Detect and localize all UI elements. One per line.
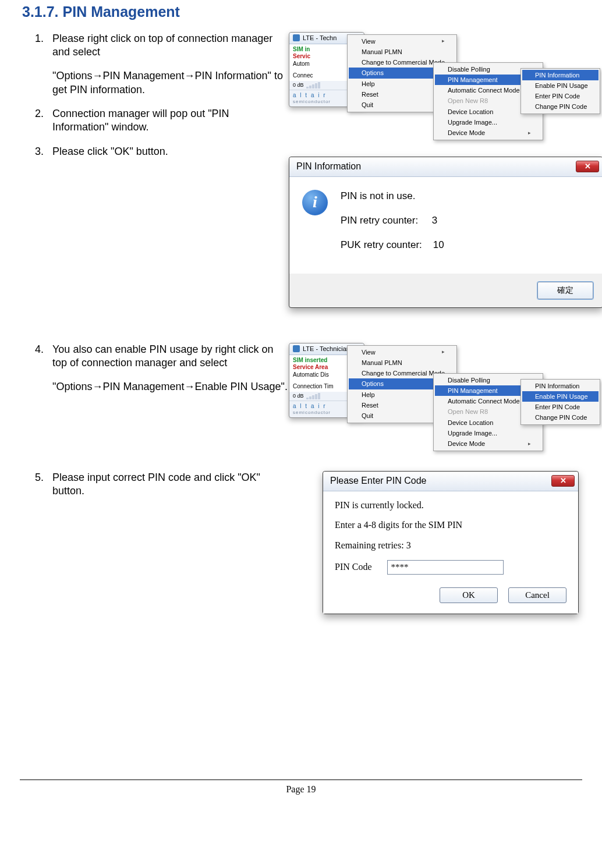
menu-item-manual-plmn[interactable]: Manual PLMN [349, 47, 455, 57]
enter-pin-dialog-wrap: Please Enter PIN Code ✕ PIN is currently… [288, 471, 582, 640]
menu-item-upgrade-image-[interactable]: Upgrade Image... [435, 428, 541, 438]
puk-retry-value: 10 [433, 239, 444, 250]
step-1-text-b: "Options→PIN Management→PIN Information"… [52, 69, 288, 97]
menu-item-upgrade-image-[interactable]: Upgrade Image... [435, 117, 541, 127]
step-2-text: Connection manager will pop out "PIN Inf… [52, 107, 288, 134]
pin-locked-line: PIN is currently locked. [335, 499, 566, 512]
pin-code-input[interactable] [387, 560, 504, 575]
section-title-text: PIN Management [63, 3, 180, 20]
dialog-button-row: OK Cancel [335, 587, 566, 603]
pin-information-dialog: PIN Information ✕ i PIN is not in use. P… [289, 157, 602, 308]
step-4-text-b: "Options→PIN Management→Enable PIN Usage… [52, 380, 288, 394]
context-menu-cascade-1: LTE - TechnSIM inServicAutomConnec0 dBa … [289, 32, 582, 154]
menu-item-enter-pin-code[interactable]: Enter PIN Code [522, 91, 599, 101]
step-3-text: Please click "OK" button. [52, 145, 288, 158]
pin-status-line: PIN is not in use. [341, 190, 444, 203]
menu-item-change-pin-code[interactable]: Change PIN Code [522, 412, 599, 423]
dialog-lines: PIN is not in use. PIN retry counter: 3 … [341, 190, 444, 263]
ok-button[interactable]: OK [440, 587, 498, 603]
info-icon: i [302, 190, 328, 215]
pin-retry-line: PIN retry counter: 3 [341, 214, 444, 227]
close-icon[interactable]: ✕ [551, 475, 575, 487]
pin-code-label: PIN Code [335, 561, 372, 573]
step-1-text-a: Please right click on top of connection … [52, 32, 288, 59]
menu-item-manual-plmn[interactable]: Manual PLMN [349, 357, 455, 368]
db-label: 0 dB [293, 82, 304, 89]
section-heading: 3.1.7. PIN Management [20, 0, 582, 22]
step-1: Please right click on top of connection … [47, 32, 288, 97]
step-2: Connection manager will pop out "PIN Inf… [47, 107, 288, 134]
pin-information-dialog-wrap: PIN Information ✕ i PIN is not in use. P… [289, 157, 582, 337]
pin-code-row: PIN Code [335, 560, 566, 575]
step-3: Please click "OK" button. [47, 145, 288, 158]
steps-list-1: Please right click on top of connection … [20, 32, 288, 169]
dialog-body: i PIN is not in use. PIN retry counter: … [289, 177, 602, 274]
steps-list-3: Please input correct PIN code and click … [20, 471, 288, 509]
menu-item-enter-pin-code[interactable]: Enter PIN Code [522, 402, 599, 412]
puk-retry-label: PUK retry counter: [341, 239, 422, 250]
step-5: Please input correct PIN code and click … [47, 471, 288, 498]
steps-list-2: You also can enable PIN usage by right c… [20, 343, 288, 405]
page-number: Page 19 [286, 784, 316, 794]
app-icon [293, 345, 300, 352]
step-4: You also can enable PIN usage by right c… [47, 343, 288, 394]
menu-item-enable-pin-usage[interactable]: Enable PIN Usage [522, 391, 599, 402]
context-menu-cascade-2: LTE - Technician PSIM insertedService Ar… [289, 343, 582, 465]
puk-retry-line: PUK retry counter: 10 [341, 239, 444, 251]
menu-item-pin-information[interactable]: PIN Information [522, 70, 599, 80]
dialog-footer: 確定 [289, 274, 602, 307]
dialog-body: PIN is currently locked. Enter a 4-8 dig… [323, 491, 578, 614]
step-5-text: Please input correct PIN code and click … [52, 471, 288, 498]
close-icon[interactable]: ✕ [576, 161, 599, 172]
app-icon [293, 34, 300, 41]
remaining-retries-line: Remaining retries: 3 [335, 540, 566, 552]
dialog-title-text: PIN Information [296, 161, 570, 173]
context-menu-level-3[interactable]: PIN InformationEnable PIN UsageEnter PIN… [520, 68, 600, 114]
page-footer: Page 19 [20, 780, 582, 796]
menu-item-change-pin-code[interactable]: Change PIN Code [522, 101, 599, 112]
menu-item-device-mode[interactable]: Device Mode [435, 438, 541, 449]
step-4-text-a: You also can enable PIN usage by right c… [52, 343, 288, 370]
menu-item-enable-pin-usage[interactable]: Enable PIN Usage [522, 80, 599, 91]
context-menu-level-3[interactable]: PIN InformationEnable PIN UsageEnter PIN… [520, 379, 600, 425]
menu-item-device-mode[interactable]: Device Mode [435, 127, 541, 138]
pin-instruction-line: Enter a 4-8 digits for the SIM PIN [335, 519, 566, 532]
section-number: 3.1.7. [22, 3, 59, 20]
dialog-title-text: Please Enter PIN Code [330, 475, 546, 487]
menu-item-view[interactable]: View [349, 36, 455, 47]
pin-retry-label: PIN retry counter: [341, 215, 418, 226]
pin-retry-value: 3 [432, 215, 437, 226]
dialog-title-bar[interactable]: Please Enter PIN Code ✕ [323, 472, 578, 491]
db-label: 0 dB [293, 393, 304, 400]
enter-pin-dialog: Please Enter PIN Code ✕ PIN is currently… [323, 471, 579, 614]
menu-item-view[interactable]: View [349, 347, 455, 357]
ok-button[interactable]: 確定 [537, 282, 593, 299]
cancel-button[interactable]: Cancel [508, 587, 566, 603]
dialog-title-bar[interactable]: PIN Information ✕ [289, 157, 602, 177]
menu-item-pin-information[interactable]: PIN Information [522, 381, 599, 391]
